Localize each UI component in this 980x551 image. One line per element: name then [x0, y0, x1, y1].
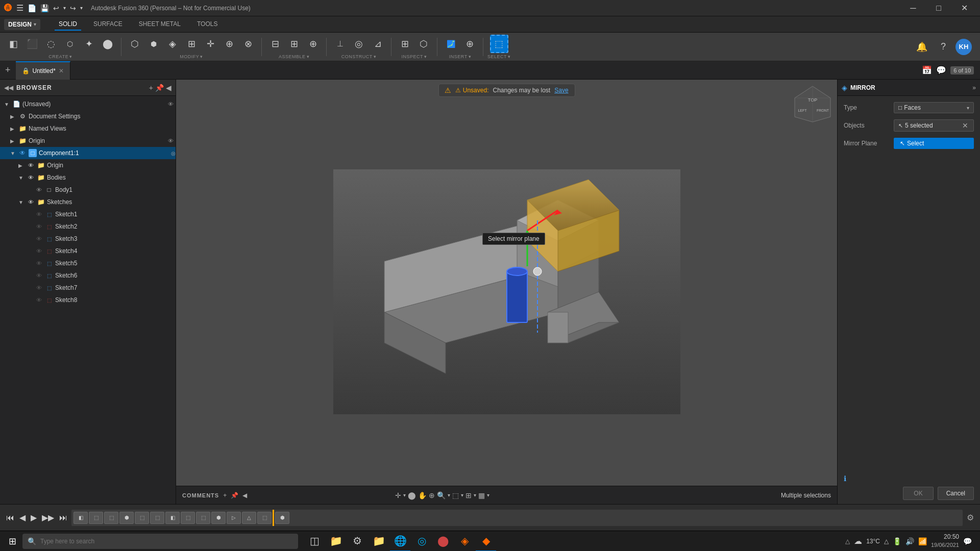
insert2-icon[interactable]: ⊕: [460, 35, 479, 53]
display-dropdown-icon[interactable]: ▾: [448, 492, 450, 498]
explorer2-button[interactable]: 📁: [369, 531, 389, 552]
timeline-item-14[interactable]: ⬢: [275, 512, 289, 524]
revolve-icon[interactable]: ◌: [42, 35, 60, 53]
volume-icon[interactable]: 🔊: [905, 537, 914, 545]
joint-icon[interactable]: ⊟: [266, 35, 284, 53]
render-icon[interactable]: ▦: [478, 491, 485, 499]
timeline-item-11[interactable]: ▷: [227, 512, 241, 524]
save-icon[interactable]: 💾: [40, 4, 49, 12]
cancel-button[interactable]: Cancel: [938, 487, 974, 500]
tab-close-icon[interactable]: ✕: [59, 67, 64, 74]
view-icon[interactable]: ⬚: [452, 491, 459, 499]
systray-clock[interactable]: 20:50 19/06/2021: [931, 533, 959, 549]
eye-icon[interactable]: 👁: [27, 161, 35, 169]
timeline-item-2[interactable]: ⬚: [89, 512, 103, 524]
browser-pin-icon[interactable]: 📌: [155, 84, 164, 92]
timeline-item-6[interactable]: ⬚: [150, 512, 164, 524]
eye-hidden-icon[interactable]: 👁: [35, 247, 43, 255]
notification-icon[interactable]: 💬: [963, 537, 972, 545]
timeline-item-7[interactable]: ◧: [165, 512, 180, 524]
eye-icon[interactable]: 👁: [168, 101, 174, 107]
display-icon[interactable]: 🔍: [437, 491, 446, 499]
fillet-icon[interactable]: ⬢: [144, 35, 163, 53]
tree-item-sketch7[interactable]: 👁 ⬚ Sketch7: [0, 282, 176, 294]
capture-icon[interactable]: ⬤: [408, 491, 416, 499]
tree-item-bodies[interactable]: ▼ 👁 📁 Bodies: [0, 171, 176, 184]
midplane-icon[interactable]: ⊿: [369, 35, 387, 53]
timeline-item-10[interactable]: ⬢: [211, 512, 226, 524]
tab-surface[interactable]: SURFACE: [89, 18, 127, 31]
search-input[interactable]: [40, 538, 293, 545]
eye-hidden-icon[interactable]: 👁: [35, 259, 43, 267]
timeline-item-4[interactable]: ⬢: [119, 512, 134, 524]
tree-item-sketch5[interactable]: 👁 ⬚ Sketch5: [0, 257, 176, 269]
calendar-icon[interactable]: 📅: [922, 65, 932, 75]
app2-button[interactable]: ◈: [454, 531, 475, 552]
minimize-button[interactable]: ─: [901, 0, 925, 16]
eye-icon[interactable]: 👁: [35, 186, 43, 194]
timeline-first-button[interactable]: ⏮: [4, 512, 16, 523]
snap-icon[interactable]: ✛: [395, 491, 401, 499]
select-tool-icon[interactable]: ⬚: [490, 35, 508, 53]
joint-origin-icon[interactable]: ⊕: [304, 35, 322, 53]
tree-item-sketch1[interactable]: 👁 ⬚ Sketch1: [0, 208, 176, 220]
loft-icon[interactable]: ✦: [80, 35, 98, 53]
clear-selection-button[interactable]: ✕: [961, 121, 969, 130]
add-tab-button[interactable]: +: [0, 65, 16, 76]
eye-hidden-icon[interactable]: 👁: [35, 296, 43, 304]
tab-solid[interactable]: SOLID: [55, 18, 81, 31]
eye-icon[interactable]: 👁: [168, 138, 174, 144]
inspect-dropdown-icon[interactable]: ▾: [424, 54, 427, 59]
taskbar-search[interactable]: 🔍: [22, 534, 298, 549]
new-component-icon[interactable]: ◧: [4, 35, 22, 53]
start-button[interactable]: ⊞: [4, 533, 20, 549]
eye-hidden-icon[interactable]: 👁: [35, 235, 43, 243]
browser-expand-icon[interactable]: ◀: [166, 84, 172, 92]
pan-icon[interactable]: ✋: [418, 491, 427, 499]
timeline-item-5[interactable]: ⬚: [135, 512, 149, 524]
grid-dropdown-icon[interactable]: ▾: [474, 492, 476, 498]
scale-icon[interactable]: ⊕: [220, 35, 238, 53]
network-icon[interactable]: 📶: [918, 537, 927, 545]
tree-item-doc-settings[interactable]: ▶ ⚙ Document Settings: [0, 110, 176, 122]
timeline-settings-icon[interactable]: ⚙: [965, 513, 976, 522]
help-icon[interactable]: ?: [934, 38, 952, 56]
rib-icon[interactable]: ⬤: [99, 35, 117, 53]
tree-item-origin-2[interactable]: ▶ 👁 📁 Origin: [0, 159, 176, 171]
tree-item-body1[interactable]: 👁 □ Body1: [0, 184, 176, 196]
viewport[interactable]: ⚠ ⚠ Unsaved: Changes may be lost Save TO…: [176, 80, 837, 504]
eye-icon[interactable]: 👁: [18, 149, 27, 157]
inspect-tool-icon[interactable]: ⊕: [429, 491, 435, 499]
close-button[interactable]: ✕: [952, 0, 976, 16]
as-built-joint-icon[interactable]: ⊞: [285, 35, 303, 53]
timeline-item-8[interactable]: ⬚: [181, 512, 195, 524]
modify-dropdown-icon[interactable]: ▾: [200, 54, 203, 59]
app1-button[interactable]: ⬤: [433, 531, 453, 552]
measure-icon[interactable]: ⊞: [396, 35, 414, 53]
settings-app-button[interactable]: ⚙: [347, 531, 368, 552]
timeline-item-1[interactable]: ◧: [74, 512, 88, 524]
new-doc-icon[interactable]: 📄: [28, 4, 36, 12]
tab-sheet-metal[interactable]: SHEET METAL: [135, 18, 185, 31]
select-dropdown-icon[interactable]: ▾: [508, 54, 511, 59]
construct-dropdown-icon[interactable]: ▾: [374, 54, 377, 59]
render-dropdown-icon[interactable]: ▾: [487, 492, 489, 498]
redo-dropdown-icon[interactable]: ▾: [80, 5, 83, 11]
tree-item-sketch3[interactable]: 👁 ⬚ Sketch3: [0, 233, 176, 245]
combine-icon[interactable]: ⊗: [239, 35, 257, 53]
edge-button[interactable]: ◎: [411, 531, 432, 552]
timeline-item-9[interactable]: ⬚: [196, 512, 210, 524]
extrude-icon[interactable]: ⬛: [23, 35, 41, 53]
type-value[interactable]: □ Faces ▾: [894, 102, 974, 113]
timeline-item-13[interactable]: ⬚: [257, 512, 272, 524]
notifications-icon[interactable]: 🔔: [913, 38, 931, 56]
design-dropdown[interactable]: DESIGN ▾: [4, 19, 40, 30]
offset-plane-icon[interactable]: ⟂: [331, 35, 349, 53]
tree-item-sketches[interactable]: ▼ 👁 📁 Sketches: [0, 196, 176, 208]
eye-hidden-icon[interactable]: 👁: [35, 271, 43, 280]
insert-icon[interactable]: 🗾: [442, 35, 460, 53]
ok-button[interactable]: OK: [903, 487, 933, 500]
fusion360-taskbar-button[interactable]: ◆: [476, 531, 496, 552]
draft-icon[interactable]: ✛: [201, 35, 219, 53]
assemble-dropdown-icon[interactable]: ▾: [307, 54, 310, 59]
